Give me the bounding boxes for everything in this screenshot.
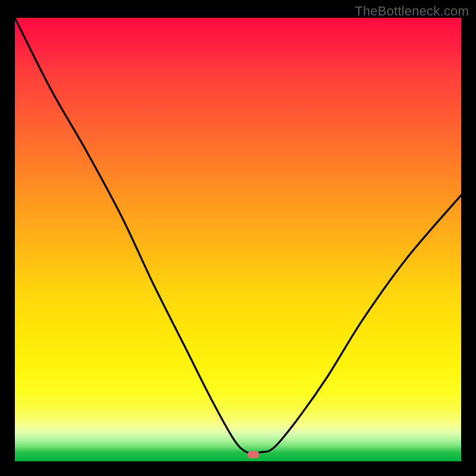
plot-area xyxy=(15,18,461,461)
watermark-text: TheBottleneck.com xyxy=(355,4,469,19)
bottleneck-curve xyxy=(15,18,461,461)
chart-frame: TheBottleneck.com xyxy=(0,0,476,476)
curve-path xyxy=(15,18,461,453)
minimum-marker xyxy=(248,451,259,458)
